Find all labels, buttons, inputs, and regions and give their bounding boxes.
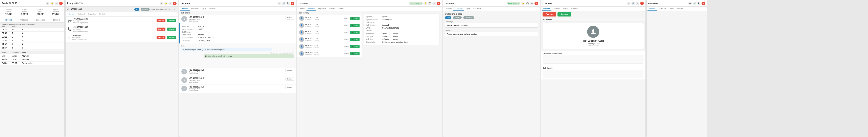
settings-btn[interactable]: ⚙ — [688, 2, 692, 5]
p3-tab-digital[interactable]: Digital — [200, 7, 208, 11]
phone-btn[interactable]: 📞 — [697, 2, 701, 5]
p7-tab-inbound[interactable]: Inbound — [648, 7, 657, 11]
tab-disposition[interactable]: Disposition — [32, 18, 49, 22]
callback-item[interactable]: U +33 4381812410 Campaign: Test Skill: G… — [179, 67, 296, 76]
history-item[interactable]: 👤 +919782171146 05/06/22, 11:35 AM Durat… — [297, 29, 362, 36]
tab-inbound[interactable]: Inbound — [0, 18, 17, 22]
close-btn[interactable]: ✕ — [702, 2, 705, 5]
p5-tab-outbound[interactable]: Outbound — [453, 7, 464, 11]
call-btn[interactable]: 📞 Call — [350, 38, 360, 41]
p4-tab-manual[interactable]: Manual — [298, 7, 307, 11]
tab-blocked[interactable]: Blocked — [49, 18, 65, 22]
decline-btn[interactable]: Decline — [157, 28, 165, 31]
p3-tab-inbound[interactable]: Inbound — [180, 7, 190, 11]
table-row[interactable]: 07:10196 — [0, 28, 64, 32]
settings-btn[interactable]: ⚙ — [168, 2, 172, 5]
settings-btn[interactable]: ⚙ — [432, 2, 436, 5]
details-btn[interactable]: Details — [285, 77, 294, 81]
table-row[interactable]: 08:41122 — [0, 39, 64, 42]
p4-tab-inbound[interactable]: Inbound — [307, 7, 316, 11]
settings-btn[interactable]: ⚙ — [627, 2, 630, 5]
contact-item[interactable]: 💬 +919782221636 Int Support Email: 123gm… — [66, 16, 178, 25]
p4-tab-progressive[interactable]: Progressive — [316, 7, 328, 11]
contact-item[interactable]: ✉ Robin lee Int Support Email: 123gmail.… — [66, 33, 178, 42]
number-select[interactable]: Please chose or dial a phone number — [445, 32, 538, 36]
settings-btn[interactable]: ⚙ — [55, 2, 58, 5]
call-btn[interactable]: 📞 Call — [350, 52, 360, 55]
p6-tab-standard[interactable]: Standard — [569, 7, 579, 11]
call-btn[interactable]: 📞 Call — [350, 17, 360, 20]
table-row[interactable]: 08:1154 — [0, 35, 64, 39]
p6-tab-outbound[interactable]: Outbound — [551, 7, 562, 11]
close-btn[interactable]: ✕ — [640, 2, 644, 5]
p5-tab-inbound[interactable]: Inbound — [444, 7, 453, 11]
history-item[interactable]: 👤 +919782171146 05/06/22, 11:35 AM Durat… — [297, 36, 362, 43]
settings-btn[interactable]: ⚙ — [530, 2, 534, 5]
history-item[interactable]: 👤 +919782171146 05/06/22, 11:35 AM Durat… — [297, 22, 362, 29]
close-btn[interactable]: ✕ — [291, 2, 294, 5]
p6-tab-inbound[interactable]: Inbound — [542, 7, 551, 11]
tab-outbound[interactable]: Outbound — [17, 18, 32, 22]
p7-tab-standard[interactable]: Standard — [675, 7, 685, 11]
link-btn[interactable]: 🔗 — [631, 2, 635, 5]
answer-large-btn[interactable]: Answer — [557, 12, 571, 16]
table-row[interactable]: 07:4074 — [0, 32, 64, 35]
p4-tab-blended[interactable]: Blended — [337, 7, 346, 11]
campaign-select[interactable]: Please chose a campaign — [445, 23, 538, 28]
p3-tab-directed[interactable]: Directed — [208, 7, 217, 11]
notification-btn[interactable]: 🔔 — [521, 2, 525, 5]
close-btn[interactable]: ✕ — [437, 2, 440, 5]
notification-btn[interactable]: 🔔 — [164, 2, 168, 5]
call-btn[interactable]: 📞 Call — [350, 45, 360, 48]
minimize-btn[interactable]: − — [160, 2, 163, 5]
close-btn[interactable]: ✕ — [534, 2, 538, 5]
contact-item[interactable]: 📞 +919782221636 Int Support Email: 123gm… — [66, 25, 178, 33]
settings-btn[interactable]: ⚙ — [277, 2, 281, 5]
decline-btn[interactable]: Decline — [157, 19, 165, 22]
history-item[interactable]: 👤 +919782171146 05/06/22, 11:35 AM Durat… — [297, 15, 362, 22]
history-item[interactable]: 👤 +919782171146 05/06/22, 11:35 AM Durat… — [297, 50, 362, 57]
state-row[interactable]: Break01:20Preview — [0, 58, 64, 61]
link-btn[interactable]: 🔗 — [282, 2, 285, 5]
answer-btn[interactable]: Answer — [167, 19, 176, 22]
answer-btn[interactable]: Answer — [167, 36, 176, 39]
p2-tab-disposition[interactable]: Disposition — [86, 12, 97, 16]
decline-large-btn[interactable]: Decline — [542, 12, 556, 16]
p2-tab-blocked[interactable]: Blocked — [97, 12, 106, 16]
phone-btn[interactable]: 📞 — [286, 2, 290, 5]
table-row[interactable]: 11:5736 — [0, 46, 64, 50]
subtab-manual[interactable]: Manual — [453, 16, 461, 19]
table-row[interactable]: 11:5277 — [0, 42, 64, 46]
chip-all[interactable]: All — [134, 8, 140, 11]
call-btn[interactable]: 📞 Call — [350, 24, 360, 27]
minimize-btn[interactable]: − — [46, 2, 50, 5]
details-btn[interactable]: Details — [285, 86, 294, 89]
p7-tab-outbound[interactable]: Outbound — [657, 7, 668, 11]
p4-tab-preview[interactable]: Preview — [328, 7, 337, 11]
p2-tab-inbound[interactable]: Inbound — [66, 12, 76, 16]
p6-tab-digital[interactable]: Digital — [562, 7, 569, 11]
link-btn[interactable]: 🔗 — [693, 2, 696, 5]
state-row[interactable]: Idle00:12Manual — [0, 54, 64, 58]
details-btn[interactable]: Details — [285, 69, 294, 72]
state-row[interactable]: Calling00:07Progressive — [0, 61, 64, 65]
history-item[interactable]: 👤 +919782171146 05/06/22, 11:35 AM Durat… — [297, 43, 362, 50]
chip-general[interactable]: General — [141, 8, 150, 11]
callback-item[interactable]: U +33 4381812410 Campaign: Test Skill: G… — [179, 85, 296, 93]
p5-tab-callbanks[interactable]: Call Banks — [472, 7, 483, 11]
notification-btn[interactable]: 🔔 — [424, 2, 427, 5]
answer-btn[interactable]: Answer — [167, 28, 176, 31]
callback-item[interactable]: U +33 4381812410 Campaign: Test Skill: G… — [179, 15, 296, 23]
details-btn[interactable]: Details — [285, 16, 294, 19]
message-btn[interactable]: 💬 — [526, 2, 529, 5]
subtab-auto[interactable]: Auto — [445, 16, 451, 19]
add-btn[interactable]: + — [173, 7, 177, 11]
callback-item[interactable]: U +33 4381812410 Campaign: Test Skill: G… — [179, 76, 296, 85]
p2-tab-outbound[interactable]: Outbound — [76, 12, 86, 16]
p7-tab-digital[interactable]: Digital — [668, 7, 675, 11]
edit-btn[interactable]: ✏ — [168, 7, 172, 11]
call-btn[interactable]: 📞 Call — [350, 31, 360, 34]
phone-btn[interactable]: 📞 — [636, 2, 640, 5]
subtab-callbanks[interactable]: Call Banks — [463, 16, 474, 19]
p5-tab-digital[interactable]: Digital — [464, 7, 472, 11]
